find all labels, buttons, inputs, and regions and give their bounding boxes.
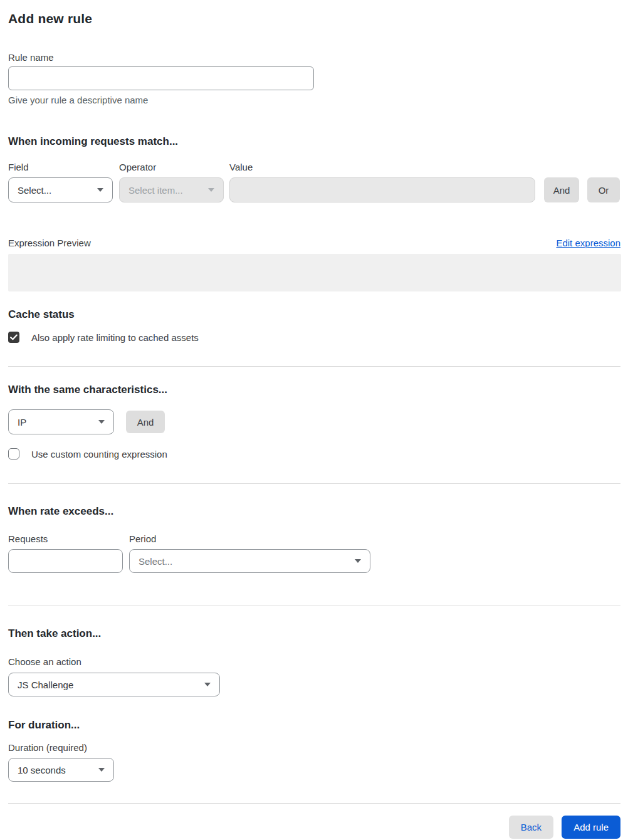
characteristics-heading: With the same characteristics... bbox=[8, 384, 620, 396]
expression-preview-box bbox=[8, 254, 621, 291]
chevron-down-icon bbox=[97, 188, 103, 192]
period-column: Period Select... bbox=[129, 533, 370, 573]
period-select-value: Select... bbox=[139, 556, 172, 567]
and-button[interactable]: And bbox=[544, 177, 579, 202]
choose-action-label: Choose an action bbox=[8, 656, 620, 667]
chevron-down-icon bbox=[98, 420, 105, 424]
cache-status-heading: Cache status bbox=[8, 308, 620, 321]
requests-label: Requests bbox=[8, 533, 123, 544]
expression-preview-label: Expression Preview bbox=[8, 238, 91, 248]
operator-select: Select item... bbox=[119, 177, 224, 202]
match-heading: When incoming requests match... bbox=[8, 135, 620, 148]
characteristic-select[interactable]: IP bbox=[8, 409, 114, 434]
divider bbox=[8, 483, 620, 484]
back-button[interactable]: Back bbox=[509, 816, 553, 839]
rule-name-label: Rule name bbox=[8, 52, 620, 63]
rate-row: Requests Period Select... bbox=[8, 533, 620, 573]
field-select-value: Select... bbox=[18, 185, 51, 196]
match-row: Field Select... Operator Select item... … bbox=[8, 162, 620, 202]
rule-name-input[interactable] bbox=[8, 66, 314, 90]
edit-expression-link[interactable]: Edit expression bbox=[556, 238, 620, 248]
footer: Back Add rule bbox=[8, 816, 620, 839]
cache-checkbox-row: Also apply rate limiting to cached asset… bbox=[8, 332, 620, 343]
value-column: Value bbox=[229, 162, 535, 202]
characteristics-and-button[interactable]: And bbox=[126, 411, 165, 433]
or-button[interactable]: Or bbox=[587, 177, 620, 202]
page-title: Add new rule bbox=[8, 11, 620, 26]
divider bbox=[8, 606, 620, 606]
field-column: Field Select... bbox=[8, 162, 113, 202]
rate-heading: When rate exceeds... bbox=[8, 505, 620, 518]
action-select-value: JS Challenge bbox=[18, 680, 73, 690]
requests-column: Requests bbox=[8, 533, 123, 573]
divider bbox=[8, 803, 620, 804]
chevron-down-icon bbox=[355, 559, 361, 563]
field-label: Field bbox=[8, 162, 113, 172]
duration-heading: For duration... bbox=[8, 719, 620, 732]
operator-select-value: Select item... bbox=[128, 185, 183, 196]
operator-label: Operator bbox=[119, 162, 224, 172]
check-icon bbox=[10, 334, 18, 340]
rule-name-helper: Give your rule a descriptive name bbox=[8, 95, 620, 105]
divider bbox=[8, 366, 620, 367]
cache-checkbox[interactable] bbox=[8, 332, 19, 343]
value-input bbox=[229, 177, 535, 202]
add-rule-button[interactable]: Add rule bbox=[562, 816, 620, 839]
period-label: Period bbox=[129, 533, 370, 544]
expression-preview-header: Expression Preview Edit expression bbox=[8, 238, 620, 248]
custom-counting-checkbox[interactable] bbox=[8, 448, 19, 459]
chevron-down-icon bbox=[98, 768, 105, 772]
operator-column: Operator Select item... bbox=[119, 162, 224, 202]
requests-input[interactable] bbox=[8, 549, 123, 573]
characteristics-row: IP And bbox=[8, 409, 620, 434]
duration-label: Duration (required) bbox=[8, 742, 620, 753]
chevron-down-icon bbox=[204, 683, 211, 686]
chevron-down-icon bbox=[208, 188, 214, 192]
cache-checkbox-label: Also apply rate limiting to cached asset… bbox=[31, 332, 199, 343]
field-select[interactable]: Select... bbox=[8, 177, 113, 202]
action-heading: Then take action... bbox=[8, 627, 620, 640]
counting-expression-row: Use custom counting expression bbox=[8, 448, 620, 459]
rule-name-section: Rule name Give your rule a descriptive n… bbox=[8, 52, 620, 105]
value-label: Value bbox=[229, 162, 535, 172]
action-select[interactable]: JS Challenge bbox=[8, 673, 220, 696]
duration-select-value: 10 seconds bbox=[18, 765, 66, 775]
duration-select[interactable]: 10 seconds bbox=[8, 758, 114, 782]
characteristic-select-value: IP bbox=[18, 417, 26, 428]
custom-counting-label: Use custom counting expression bbox=[31, 449, 167, 459]
period-select[interactable]: Select... bbox=[129, 549, 370, 573]
